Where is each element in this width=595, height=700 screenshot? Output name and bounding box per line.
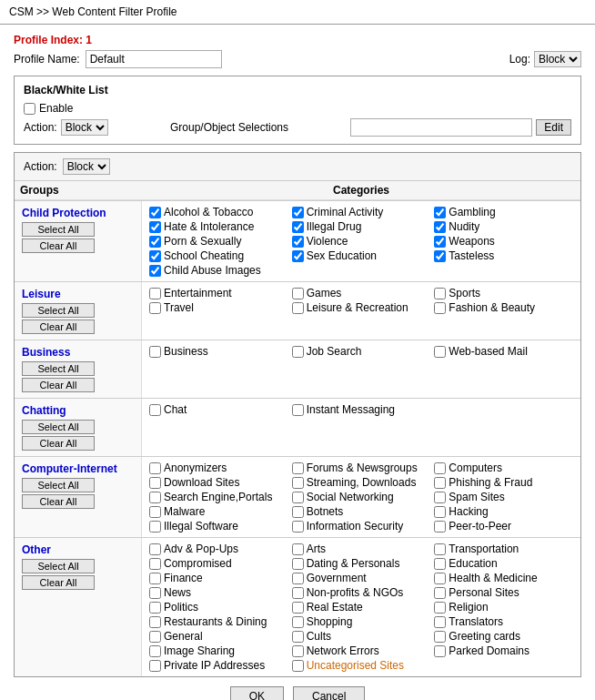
cat-label-1-3: Travel (164, 301, 194, 314)
cat-checkbox-1-5[interactable] (434, 302, 446, 314)
clear-all-button-2[interactable]: Clear All (22, 378, 95, 392)
cat-checkbox-4-6[interactable] (149, 492, 161, 503)
cat-checkbox-4-10[interactable] (292, 506, 304, 518)
cat-checkbox-5-14[interactable] (434, 602, 446, 614)
bw-edit-button[interactable]: Edit (536, 119, 571, 136)
cat-checkbox-4-8[interactable] (434, 492, 446, 503)
bw-group-input[interactable] (350, 118, 532, 137)
cat-checkbox-5-4[interactable] (292, 558, 304, 570)
cat-checkbox-5-16[interactable] (292, 616, 304, 628)
cat-checkbox-0-9[interactable] (149, 250, 161, 262)
bw-action-select[interactable]: Block (61, 119, 108, 136)
clear-all-button-5[interactable]: Clear All (22, 575, 95, 590)
cat-label-0-2: Gambling (449, 206, 495, 218)
clear-all-button-1[interactable]: Clear All (22, 320, 95, 334)
cat-label-4-4: Streaming, Downloads (307, 476, 417, 489)
select-all-button-1[interactable]: Select All (22, 303, 95, 318)
cat-checkbox-0-1[interactable] (292, 207, 304, 218)
cat-checkbox-5-24[interactable] (149, 660, 161, 672)
cat-checkbox-0-3[interactable] (149, 221, 161, 233)
cat-checkbox-5-18[interactable] (149, 631, 161, 643)
cat-checkbox-0-2[interactable] (434, 207, 446, 218)
cat-checkbox-2-1[interactable] (292, 346, 304, 358)
select-all-button-0[interactable]: Select All (22, 222, 95, 237)
cat-checkbox-4-9[interactable] (149, 506, 161, 518)
cat-checkbox-5-5[interactable] (434, 558, 446, 570)
cat-checkbox-5-3[interactable] (149, 558, 161, 570)
main-action-select[interactable]: Block (63, 158, 110, 175)
cat-checkbox-4-12[interactable] (149, 521, 161, 533)
cat-checkbox-0-11[interactable] (434, 250, 446, 262)
cat-checkbox-5-22[interactable] (292, 645, 304, 657)
cat-checkbox-5-10[interactable] (292, 587, 304, 599)
cat-label-4-3: Download Sites (164, 476, 239, 489)
clear-all-button-3[interactable]: Clear All (22, 436, 95, 451)
cat-entry-5-6: Finance (147, 571, 290, 585)
cat-checkbox-5-7[interactable] (292, 573, 304, 584)
cat-checkbox-5-25[interactable] (292, 660, 304, 672)
cat-checkbox-5-9[interactable] (149, 587, 161, 599)
cat-checkbox-1-3[interactable] (149, 302, 161, 314)
cat-checkbox-4-1[interactable] (292, 462, 304, 474)
cat-checkbox-4-3[interactable] (149, 477, 161, 489)
cat-checkbox-5-12[interactable] (149, 602, 161, 614)
bw-enable-checkbox[interactable] (24, 103, 35, 115)
clear-all-button-0[interactable]: Clear All (22, 238, 95, 253)
cat-checkbox-4-4[interactable] (292, 477, 304, 489)
clear-all-button-4[interactable]: Clear All (22, 494, 95, 509)
cat-checkbox-2-0[interactable] (149, 346, 161, 358)
ok-button[interactable]: OK (230, 686, 284, 700)
cat-checkbox-3-0[interactable] (149, 404, 161, 416)
select-all-button-3[interactable]: Select All (22, 420, 95, 434)
cat-checkbox-0-0[interactable] (149, 207, 161, 218)
cat-label-1-0: Entertainment (164, 287, 232, 299)
group-name-4: Computer-Internet (22, 462, 134, 475)
cat-checkbox-5-17[interactable] (434, 616, 446, 628)
cat-checkbox-5-23[interactable] (434, 645, 446, 657)
cat-checkbox-5-0[interactable] (149, 543, 161, 555)
cat-checkbox-4-7[interactable] (292, 492, 304, 503)
select-all-button-5[interactable]: Select All (22, 559, 95, 573)
cat-checkbox-5-11[interactable] (434, 587, 446, 599)
cat-checkbox-1-4[interactable] (292, 302, 304, 314)
cat-checkbox-1-2[interactable] (434, 288, 446, 299)
cat-checkbox-5-6[interactable] (149, 573, 161, 584)
cat-checkbox-5-20[interactable] (434, 631, 446, 643)
cat-entry-5-21: Image Sharing (147, 644, 290, 658)
cat-checkbox-4-13[interactable] (292, 521, 304, 533)
group-left-1: LeisureSelect AllClear All (15, 282, 142, 340)
groups-content: Child ProtectionSelect AllClear AllAlcoh… (15, 200, 580, 676)
cat-checkbox-1-0[interactable] (149, 288, 161, 299)
select-all-button-4[interactable]: Select All (22, 478, 95, 492)
cat-checkbox-4-5[interactable] (434, 477, 446, 489)
profile-name-input[interactable] (86, 50, 222, 68)
cat-checkbox-0-12[interactable] (149, 265, 161, 277)
cat-checkbox-5-21[interactable] (149, 645, 161, 657)
cat-checkbox-2-2[interactable] (434, 346, 446, 358)
cat-checkbox-4-2[interactable] (434, 462, 446, 474)
cat-checkbox-5-8[interactable] (434, 573, 446, 584)
cat-checkbox-4-11[interactable] (434, 506, 446, 518)
cat-checkbox-0-5[interactable] (434, 221, 446, 233)
cat-checkbox-5-13[interactable] (292, 602, 304, 614)
cat-checkbox-0-7[interactable] (292, 236, 304, 248)
cat-checkbox-0-10[interactable] (292, 250, 304, 262)
cat-entry-5-7: Government (290, 571, 433, 585)
cat-checkbox-5-19[interactable] (292, 631, 304, 643)
log-select[interactable]: Block (534, 51, 581, 67)
cat-checkbox-5-2[interactable] (434, 543, 446, 555)
cat-checkbox-4-14[interactable] (434, 521, 446, 533)
cat-entry-4-4: Streaming, Downloads (290, 475, 433, 490)
cat-checkbox-3-1[interactable] (292, 404, 304, 416)
cancel-button[interactable]: Cancel (293, 686, 365, 700)
group-right-2: BusinessJob SearchWeb-based Mail (142, 340, 580, 398)
select-all-button-2[interactable]: Select All (22, 361, 95, 376)
cat-checkbox-0-6[interactable] (149, 236, 161, 248)
cat-checkbox-0-4[interactable] (292, 221, 304, 233)
cat-checkbox-5-1[interactable] (292, 543, 304, 555)
cat-checkbox-4-0[interactable] (149, 462, 161, 474)
cat-checkbox-5-15[interactable] (149, 616, 161, 628)
bw-list-box: Black/White List Enable Action: Block Gr… (14, 76, 581, 145)
cat-checkbox-1-1[interactable] (292, 288, 304, 299)
cat-checkbox-0-8[interactable] (434, 236, 446, 248)
